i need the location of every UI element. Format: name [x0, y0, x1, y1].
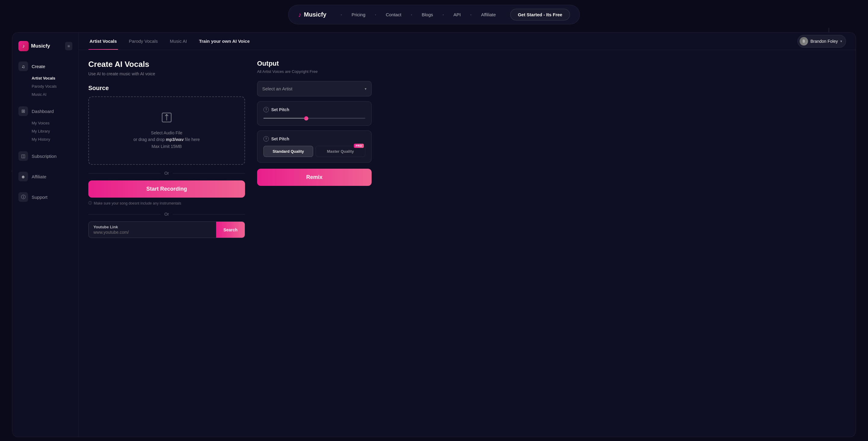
sidebar-sub-item-music-ai[interactable]: Music AI — [12, 90, 79, 98]
user-avatar: B — [800, 37, 808, 45]
sidebar-item-subscription[interactable]: ◫ Subscription — [12, 148, 79, 164]
quality-option-master[interactable]: PRO Master Quality — [315, 146, 365, 157]
warning-icon: ⓘ — [88, 200, 92, 206]
nav-dot-2: ● — [375, 14, 376, 15]
or-line-left-2 — [88, 214, 161, 215]
sidebar-item-label-dashboard: Dashboard — [32, 109, 54, 114]
pitch-quality-card: ? Set Pitch Standard Quality PRO Master … — [257, 130, 372, 163]
sidebar-item-label-create: Create — [32, 64, 45, 69]
sidebar: ♪ Musicfy ≡ ♫ Create Artist Vocals Parod… — [12, 33, 79, 437]
upload-line1: Select Audio File — [96, 129, 237, 136]
youtube-input-row: Youtube Link Search — [88, 221, 245, 238]
sidebar-logo-icon: ♪ — [19, 41, 29, 51]
sidebar-sub-item-artist-vocals[interactable]: Artist Vocals — [12, 74, 79, 82]
sidebar-item-create[interactable]: ♫ Create — [12, 58, 79, 74]
pitch-header-2: ? Set Pitch — [264, 136, 365, 141]
nav-link-contact[interactable]: Contact — [386, 12, 401, 17]
sidebar-item-label-support: Support — [32, 195, 48, 200]
tab-parody-vocals[interactable]: Parody Vocals — [128, 33, 159, 50]
nav-logo: ♪ Musicfy — [298, 11, 326, 19]
top-navigation: ♪ Musicfy ● Pricing ● Contact ● Blogs ● … — [0, 0, 868, 29]
page-title: Create AI Vocals — [88, 60, 245, 69]
nav-dot-4: ● — [443, 14, 444, 15]
sidebar-item-dashboard[interactable]: ⊞ Dashboard — [12, 103, 79, 119]
quality-options: Standard Quality PRO Master Quality — [264, 146, 365, 157]
artist-select-placeholder: Select an Artist — [262, 86, 292, 91]
dashboard-icon: ⊞ — [19, 106, 28, 116]
nav-dot-3: ● — [411, 14, 412, 15]
pitch-help-icon-2: ? — [264, 136, 269, 141]
master-quality-label: Master Quality — [327, 149, 354, 154]
sidebar-sub-item-parody-vocals[interactable]: Parody Vocals — [12, 82, 79, 90]
warning-text: Make sure your song doesnt include any i… — [94, 201, 181, 206]
youtube-search-button[interactable]: Search — [216, 222, 245, 238]
tab-music-ai[interactable]: Music AI — [168, 33, 188, 50]
nav-link-api[interactable]: API — [453, 12, 461, 17]
or-line-left-1 — [88, 173, 161, 174]
sidebar-sub-item-my-history[interactable]: My History — [12, 135, 79, 144]
nav-link-blogs[interactable]: Blogs — [422, 12, 433, 17]
artist-select-arrow-icon: ▾ — [365, 87, 367, 91]
sidebar-item-support[interactable]: ⓘ Support — [12, 189, 79, 205]
nav-dot-1: ● — [341, 14, 342, 15]
user-chevron-icon: ▾ — [840, 39, 842, 43]
sidebar-sub-item-my-library[interactable]: My Library — [12, 127, 79, 135]
left-panel: Create AI Vocals Use AI to create music … — [88, 60, 245, 427]
youtube-link-label: Youtube Link — [93, 225, 211, 229]
sidebar-section-affiliate: ☻ Affiliate — [12, 167, 79, 188]
support-icon: ⓘ — [19, 192, 28, 202]
sidebar-section-subscription: ◫ Subscription — [12, 147, 79, 167]
tabs-header: Artist Vocals Parody Vocals Music AI Tra… — [79, 33, 856, 50]
source-label: Source — [88, 85, 245, 92]
start-recording-button[interactable]: Start Recording — [88, 181, 245, 198]
youtube-section: Youtube Link Search — [88, 221, 245, 238]
artist-select-dropdown[interactable]: Select an Artist ▾ — [257, 81, 372, 96]
page-subtitle: Use AI to create music with AI voice — [88, 71, 245, 76]
content-area: Artist Vocals Parody Vocals Music AI Tra… — [79, 33, 856, 437]
record-warning: ⓘ Make sure your song doesnt include any… — [88, 200, 245, 206]
pitch-thumb-1[interactable] — [304, 116, 308, 121]
nav-link-affiliate[interactable]: Affiliate — [481, 12, 496, 17]
output-subtitle: All Artist Voices are Copyright Free — [257, 69, 372, 74]
pro-badge: PRO — [354, 144, 364, 148]
tab-artist-vocals[interactable]: Artist Vocals — [88, 33, 118, 50]
main-content: Create AI Vocals Use AI to create music … — [79, 50, 856, 437]
user-avatar-initial: B — [803, 39, 805, 43]
pitch-track-1 — [264, 118, 365, 119]
main-app-container: ♪ Musicfy ≡ ♫ Create Artist Vocals Parod… — [12, 32, 856, 437]
sidebar-section-dashboard: ⊞ Dashboard My Voices My Library My Hist… — [12, 102, 79, 147]
or-text-1: Or — [164, 171, 169, 176]
nav-link-pricing[interactable]: Pricing — [351, 12, 365, 17]
upload-format: mp3/wav — [166, 137, 184, 142]
user-name-label: Brandon Foley — [810, 39, 838, 44]
or-line-right-1 — [173, 173, 245, 174]
or-line-right-2 — [173, 214, 245, 215]
pitch-header-1: ? Set Pitch — [264, 107, 365, 113]
or-text-2: Or — [164, 212, 169, 217]
pitch-card-1: ? Set Pitch — [257, 101, 372, 126]
quality-option-standard[interactable]: Standard Quality — [264, 146, 313, 157]
pitch-fill-1 — [264, 118, 306, 119]
upload-instructions: Select Audio File or drag and drop mp3/w… — [96, 129, 237, 150]
create-icon: ♫ — [19, 61, 28, 71]
user-profile-badge[interactable]: B Brandon Foley ▾ — [798, 35, 846, 48]
youtube-link-input[interactable] — [93, 230, 211, 235]
pitch-help-icon-1: ? — [264, 107, 269, 113]
remix-button[interactable]: Remix — [257, 169, 372, 186]
sidebar-section-support: ⓘ Support — [12, 188, 79, 209]
tab-train-ai-voice[interactable]: Train your own AI Voice — [198, 33, 251, 50]
file-upload-icon — [96, 112, 237, 126]
nav-logo-icon: ♪ — [298, 11, 301, 19]
sidebar-sub-item-my-voices[interactable]: My Voices — [12, 119, 79, 127]
sidebar-logo-text: Musicfy — [31, 43, 50, 49]
sidebar-item-label-affiliate: Affiliate — [32, 174, 46, 179]
upload-line2: or drag and drop mp3/wav file here — [96, 136, 237, 143]
nav-dot-5: ● — [470, 14, 472, 15]
output-title: Output — [257, 60, 372, 67]
nav-cta-button[interactable]: Get Started - Its Free — [510, 9, 570, 21]
sidebar-item-affiliate[interactable]: ☻ Affiliate — [12, 169, 79, 184]
file-upload-area[interactable]: Select Audio File or drag and drop mp3/w… — [88, 96, 245, 165]
sidebar-collapse-button[interactable]: ≡ — [65, 42, 72, 50]
subscription-icon: ◫ — [19, 151, 28, 161]
pitch-slider-1[interactable] — [264, 117, 365, 120]
